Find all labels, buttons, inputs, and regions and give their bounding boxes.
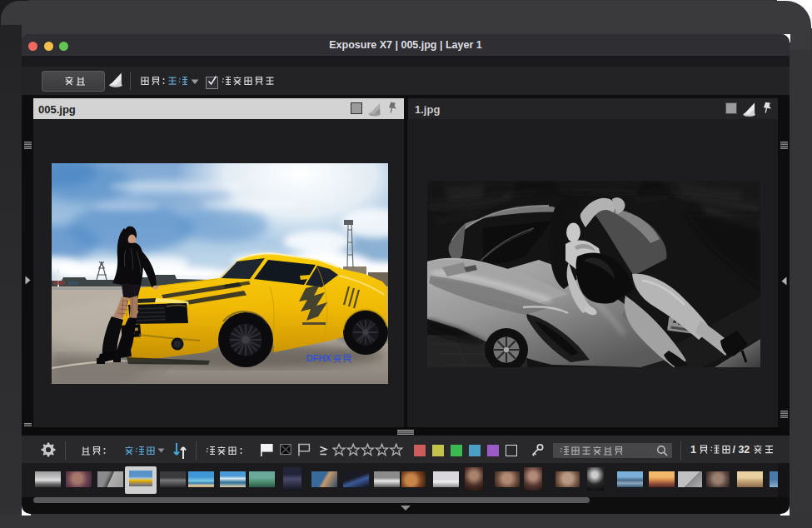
svg-text:DFHX: DFHX [306,353,332,363]
